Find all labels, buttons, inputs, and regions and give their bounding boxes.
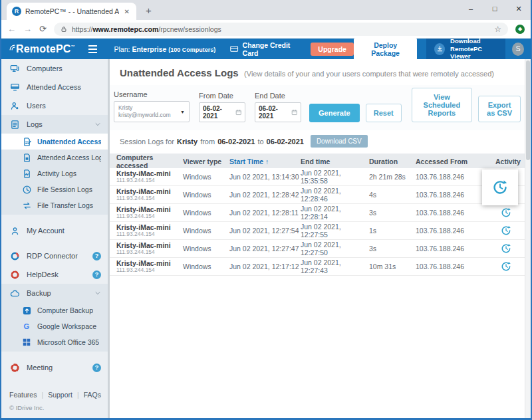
url-text: https://www.remotepc.com/rpcnew/sessionl…: [72, 25, 489, 33]
sidebar-item-google-workspace[interactable]: GGoogle Workspace: [1, 318, 108, 334]
column-header-accessed-from[interactable]: Accessed From: [416, 158, 495, 165]
download-csv-button[interactable]: Download CSV: [311, 135, 368, 148]
sidebar-item-computer-backup[interactable]: Computer Backup: [1, 302, 108, 318]
browser-window: R RemotePC™ - - Unattended Acce ✕ + – □ …: [0, 0, 532, 420]
accessed-from-cell: 103.76.188.246: [416, 262, 495, 270]
activity-callout[interactable]: [482, 169, 518, 205]
google-icon: G: [21, 321, 32, 332]
column-header-viewer-type[interactable]: Viewer type: [183, 158, 229, 165]
remotepc-logo[interactable]: RemotePC ™: [9, 44, 75, 54]
session-activity-icon[interactable]: [501, 225, 511, 236]
session-activity-icon[interactable]: [501, 261, 511, 272]
bookmark-star-icon[interactable]: ☆: [494, 25, 501, 34]
person-icon: [9, 225, 20, 236]
close-icon[interactable]: ✕: [507, 0, 531, 17]
footer-link-faqs[interactable]: FAQs: [84, 391, 101, 399]
sidebar-item-users[interactable]: Users: [1, 96, 108, 115]
session-from-date: 06-02-2021: [217, 138, 255, 146]
column-header-start-time[interactable]: Start Time ↑: [229, 158, 301, 165]
browser-tab[interactable]: R RemotePC™ - - Unattended Acce ✕: [7, 3, 136, 20]
change-credit-card-link[interactable]: Change Credit Card: [230, 41, 300, 57]
deploy-package-button[interactable]: Deploy Package: [354, 38, 417, 60]
attended-access-icon: [9, 82, 20, 92]
end-time-cell: Jun 02 2021, 12:27:43: [301, 259, 369, 274]
sidebar-item-backup[interactable]: Backup: [1, 284, 108, 302]
sidebar-item-label: RDP Connector: [27, 252, 78, 260]
activity-cell: [495, 261, 518, 272]
session-activity-icon[interactable]: [492, 179, 508, 195]
table-row: Kristy-iMac-mini111.93.244.154WindowsJun…: [110, 258, 525, 276]
computer-ip: 111.93.244.154: [116, 267, 183, 274]
duration-cell: 1s: [369, 227, 416, 235]
view-scheduled-reports-button[interactable]: View Scheduled Reports: [412, 88, 472, 122]
column-header-activity[interactable]: Activity: [495, 158, 525, 165]
generate-button[interactable]: Generate: [309, 104, 360, 122]
download-viewer-button[interactable]: DownloadRemotePC Viewer: [426, 39, 505, 59]
computers-accessed-cell: Kristy-iMac-mini111.93.244.154: [116, 169, 183, 184]
calendar-icon: [235, 109, 241, 116]
column-header-end-time[interactable]: End time: [301, 158, 369, 165]
sidebar-item-meeting[interactable]: Meeting?: [1, 358, 108, 377]
footer-link-support[interactable]: Support: [48, 391, 72, 399]
tab-title: RemotePC™ - - Unattended Acce: [25, 7, 119, 15]
extension-icon[interactable]: ◆: [515, 25, 525, 34]
scrollbar[interactable]: [525, 59, 531, 418]
table-row: Kristy-iMac-mini111.93.244.154WindowsJun…: [110, 240, 525, 258]
session-activity-icon[interactable]: [501, 243, 511, 254]
sidebar-item-computers[interactable]: Computers: [1, 59, 108, 78]
footer-link-features[interactable]: Features: [9, 391, 37, 399]
table-row: Kristy-iMac-mini111.93.244.154WindowsJun…: [110, 204, 525, 222]
sidebar-item-logs[interactable]: Logs: [1, 115, 108, 134]
reload-icon[interactable]: ⟳: [39, 24, 47, 34]
sidebar-item-file-session-logs[interactable]: File Session Logs: [1, 181, 108, 197]
doc-cal-icon: [21, 152, 32, 163]
export-csv-button[interactable]: Export as CSV: [478, 96, 521, 122]
sidebar-item-my-account[interactable]: My Account: [1, 221, 108, 240]
user-avatar[interactable]: S: [512, 43, 524, 56]
sidebar-item-microsoft-office-365[interactable]: Microsoft Office 365: [1, 334, 108, 350]
back-icon[interactable]: ←: [7, 24, 16, 34]
column-header-computers-accessed[interactable]: Computers accessed: [116, 154, 183, 169]
minimize-icon[interactable]: –: [459, 0, 483, 17]
reset-button[interactable]: Reset: [366, 104, 402, 122]
chevron-down-icon: [94, 121, 101, 128]
scrollbar-thumb[interactable]: [526, 60, 530, 160]
sidebar-item-rdp-connector[interactable]: RDP Connector?: [1, 247, 108, 265]
rdp-icon: [9, 251, 20, 261]
menu-hamburger-icon[interactable]: [88, 45, 97, 53]
clock-icon: [21, 184, 32, 195]
computers-accessed-cell: Kristy-iMac-mini111.93.244.154: [116, 223, 183, 238]
maximize-icon[interactable]: □: [483, 0, 507, 17]
username-value: Kristykristy@myworld.com: [118, 104, 171, 119]
sidebar-item-activity-logs[interactable]: Activity Logs: [1, 165, 108, 181]
sidebar-item-label: Google Workspace: [37, 322, 96, 330]
end-date-input[interactable]: 06-02-2021: [255, 102, 301, 122]
help-icon[interactable]: ?: [92, 270, 101, 279]
address-bar[interactable]: https://www.remotepc.com/rpcnew/sessionl…: [54, 23, 508, 36]
help-icon[interactable]: ?: [92, 252, 101, 261]
doc-edit-icon: [21, 136, 32, 147]
transfer-icon: [21, 200, 32, 211]
sidebar-item-attended-access-logs[interactable]: Attended Access Logs: [1, 150, 108, 165]
sidebar-item-unattended-access-logs[interactable]: Unattended Access Logs: [1, 134, 108, 150]
computer-ip: 111.93.244.154: [116, 249, 183, 256]
viewer-type-cell: Windows: [183, 191, 229, 199]
computer-ip: 111.93.244.154: [116, 177, 183, 184]
username-dropdown[interactable]: Kristykristy@myworld.com ▼: [114, 101, 190, 122]
sidebar-item-helpdesk[interactable]: HelpDesk?: [1, 265, 108, 284]
upgrade-button[interactable]: Upgrade: [311, 43, 354, 56]
sidebar-item-attended-access[interactable]: Attended Access: [1, 78, 108, 96]
forward-icon[interactable]: →: [23, 24, 32, 34]
sidebar-item-label: HelpDesk: [27, 270, 59, 278]
browser-toolbar: ← → ⟳ https://www.remotepc.com/rpcnew/se…: [1, 20, 531, 39]
new-tab-button[interactable]: +: [146, 5, 152, 16]
sidebar-gap: [1, 240, 108, 247]
sidebar-item-file-transfer-logs[interactable]: File Transfer Logs: [1, 197, 108, 213]
help-icon[interactable]: ?: [92, 364, 101, 372]
column-header-duration[interactable]: Duration: [369, 158, 416, 165]
session-summary: Session Logs for Kristy from 06-02-2021 …: [110, 130, 525, 154]
session-activity-icon[interactable]: [501, 207, 511, 218]
from-date-input[interactable]: 06-02-2021: [199, 102, 245, 122]
sort-asc-icon[interactable]: ↑: [263, 158, 269, 165]
tab-close-icon[interactable]: ✕: [123, 8, 131, 15]
